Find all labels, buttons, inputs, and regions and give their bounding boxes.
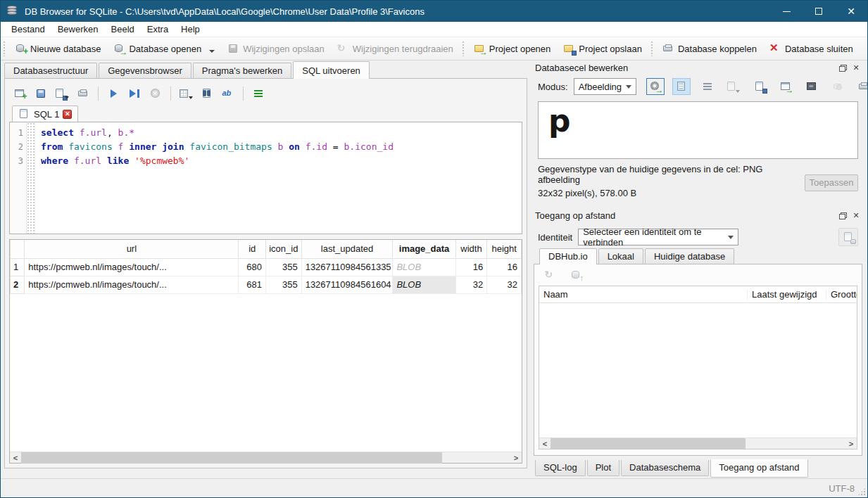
dock-tab-plot[interactable]: Plot [587,460,619,476]
cell-last_updated-row1[interactable]: 13267110984561335 [301,258,393,276]
project-opslaan-button[interactable]: Project opslaan [557,39,648,58]
database-sluiten-button[interactable]: ✕Database sluiten [763,39,860,58]
cell-last_updated-row2[interactable]: 13267110984561604 [301,276,393,293]
column-header-url[interactable]: url [25,240,239,258]
new-sql-tab-button[interactable]: + [11,84,29,103]
cell-image_data-row1[interactable]: BLOB [393,258,455,276]
database-openen-button[interactable]: →Database openen [107,39,221,58]
toolbar-drag-handle[interactable] [462,41,465,56]
nieuwe-database-button[interactable]: +Nieuwe database [8,39,107,58]
cell-width-row1[interactable]: 16 [455,258,487,276]
text-mode-button[interactable] [672,78,691,95]
remote-column-header-grootte[interactable]: Grootte [826,289,857,300]
execute-line-button[interactable] [125,84,144,103]
remote-tab-lokaal[interactable]: Lokaal [598,248,643,264]
print-cell-button[interactable] [855,78,868,95]
database-koppelen-button[interactable]: Database koppelen [656,39,763,58]
row-number[interactable]: 2 [11,276,25,293]
scroll-thumb[interactable] [551,438,746,449]
menu-help[interactable]: Help [175,23,206,36]
sql-code[interactable]: select f.url, b.*from favicons f inner j… [35,122,522,234]
set-null-button[interactable] [829,78,847,95]
dock-tab-databaseschema[interactable]: Databaseschema [621,460,709,476]
scroll-right-icon[interactable]: > [845,438,857,449]
replace-button[interactable]: ab [219,84,237,103]
remote-tab-huidige-database[interactable]: Huidige database [645,248,734,264]
encoding-indicator[interactable]: UTF-8 [829,483,855,494]
row-number[interactable]: 1 [11,258,25,276]
remote-column-header-naam[interactable]: Naam [539,289,747,300]
upload-database-button[interactable]: → [567,266,585,284]
scroll-left-icon[interactable]: < [10,452,21,464]
word-wrap-button[interactable] [698,78,717,95]
format-sql-button[interactable] [249,84,268,103]
column-header-id[interactable]: id [239,240,266,258]
export-data-button[interactable] [750,78,769,95]
tab-gegevensbrowser[interactable]: Gegevensbrowser [99,63,191,79]
cell-image_data-row2[interactable]: BLOB [393,276,455,293]
minimize-button[interactable] [770,1,803,22]
dropdown-arrow-icon[interactable] [209,50,215,53]
print-sql-button[interactable] [74,84,92,103]
column-header-width[interactable]: width [455,240,487,258]
dock-tab-sql-log[interactable]: SQL-log [535,460,586,476]
menu-bestand[interactable]: Bestand [5,23,51,36]
refresh-button[interactable]: ↻ [541,266,560,284]
column-header-image_data[interactable]: image_data [393,240,455,258]
open-external-button[interactable]: → [776,78,795,95]
cell-url-row2[interactable]: https://pcmweb.nl/images/touch/... [25,276,239,293]
remote-hscrollbar[interactable]: < > [539,438,857,449]
sql-editor[interactable]: 123 select f.url, b.*from favicons f inn… [9,122,522,234]
cell-url-row1[interactable]: https://pcmweb.nl/images/touch/... [25,258,239,276]
manage-identities-button[interactable] [838,228,858,246]
cell-icon_id-row2[interactable]: 355 [265,276,301,293]
remote-column-header-laatst-gewijzigd[interactable]: Laatst gewijzigd [747,289,826,300]
execute-sql-button[interactable] [104,84,122,103]
tab-pragma-s-bewerken[interactable]: Pragma's bewerken [193,63,291,79]
column-header-last_updated[interactable]: last_updated [301,240,393,258]
close-sql-tab-icon[interactable]: ✕ [63,110,72,119]
project-openen-button[interactable]: →Project openen [467,39,557,58]
identity-select[interactable]: Selecteer een identiteit om te verbinden [578,229,738,245]
column-header-height[interactable]: height [487,240,522,258]
mode-select[interactable]: Afbeelding [574,78,636,95]
scroll-right-icon[interactable]: > [510,452,522,464]
menu-bewerken[interactable]: Bewerken [51,23,105,36]
cell-height-row2[interactable]: 32 [487,276,522,293]
menu-beeld[interactable]: Beeld [105,23,141,36]
save-sql-file-button[interactable] [53,84,71,103]
wijzigingen-opslaan-button[interactable]: Wijzigingen opslaan [221,39,331,58]
cell-width-row2[interactable]: 32 [455,276,487,293]
results-hscrollbar[interactable]: < > [10,452,522,463]
vertical-splitter[interactable] [527,60,532,478]
tab-sql-uitvoeren[interactable]: SQL uitvoeren [293,61,370,79]
apply-button[interactable]: Toepassen [805,174,858,191]
import-data-button[interactable] [724,78,743,95]
toolbar-drag-handle[interactable] [3,41,6,56]
scroll-thumb[interactable] [21,452,442,464]
float-panel-icon[interactable] [837,210,850,221]
column-header-icon_id[interactable]: icon_id [265,240,301,258]
find-button[interactable] [198,84,216,103]
wijzigingen-terugdraaien-button[interactable]: ↻Wijzigingen terugdraaien [331,39,460,58]
close-button[interactable]: ✕ [835,1,867,22]
scroll-left-icon[interactable]: < [539,438,551,449]
close-panel-icon[interactable]: ✕ [850,62,862,73]
remote-tab-dbhub-io[interactable]: DBHub.io [539,248,597,264]
sql-doc-tab[interactable]: SQL 1 ✕ [12,106,78,122]
toolbar-drag-handle[interactable] [650,41,654,56]
cell-icon_id-row1[interactable]: 355 [265,258,301,276]
cell-id-row1[interactable]: 680 [239,258,266,276]
maximize-button[interactable] [803,1,835,22]
resize-grip[interactable] [857,487,866,496]
dock-tab-toegang-op-afstand[interactable]: Toegang op afstand [710,459,807,478]
auto-detect-button[interactable]: → [646,78,665,95]
open-sql-file-button[interactable] [32,84,50,103]
copy-link-button[interactable] [803,78,821,95]
cell-height-row1[interactable]: 16 [487,258,522,276]
close-panel-icon[interactable]: ✕ [850,210,862,221]
menu-extra[interactable]: Extra [141,23,175,36]
tab-databasestructuur[interactable]: Databasestructuur [4,63,97,79]
cell-id-row2[interactable]: 681 [239,276,266,293]
float-panel-icon[interactable] [837,62,850,73]
